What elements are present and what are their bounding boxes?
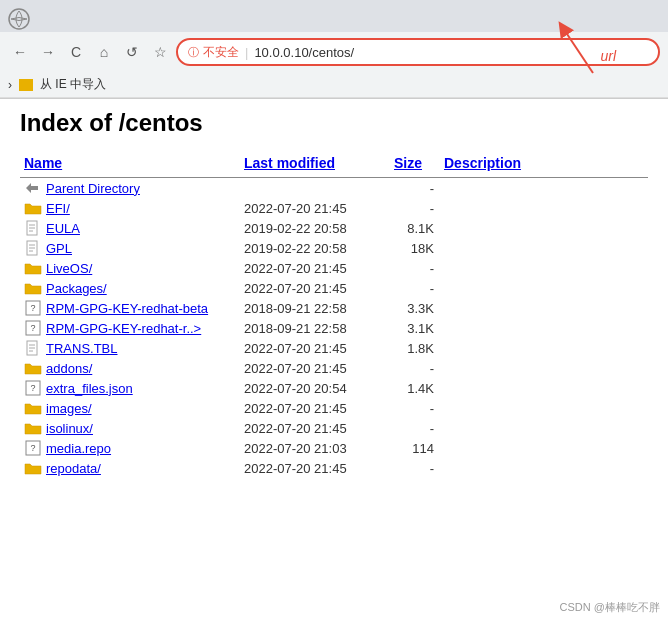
bookmarks-label: 从 IE 中导入 bbox=[40, 76, 106, 93]
file-link[interactable]: addons/ bbox=[46, 361, 92, 376]
desc-sort-link[interactable]: Description bbox=[444, 155, 521, 171]
file-icon bbox=[24, 240, 42, 256]
file-size-cell: 1.8K bbox=[390, 338, 440, 358]
url-text: 10.0.0.10/centos/ bbox=[254, 45, 354, 60]
lock-icon: ⓘ bbox=[188, 45, 199, 60]
file-name-cell: LiveOS/ bbox=[20, 258, 240, 278]
col-header-date: Last modified bbox=[240, 151, 390, 178]
file-desc-cell bbox=[440, 198, 648, 218]
col-header-size: Size bbox=[390, 151, 440, 178]
file-desc-cell bbox=[440, 218, 648, 238]
file-desc-cell bbox=[440, 418, 648, 438]
file-icon bbox=[24, 220, 42, 236]
file-desc-cell bbox=[440, 178, 648, 199]
col-header-name: Name bbox=[20, 151, 240, 178]
table-header-row: Name Last modified Size Description bbox=[20, 151, 648, 178]
name-sort-link[interactable]: Name bbox=[24, 155, 62, 171]
table-row: TRANS.TBL2022-07-20 21:451.8K bbox=[20, 338, 648, 358]
file-link[interactable]: GPL bbox=[46, 241, 72, 256]
file-link[interactable]: Packages/ bbox=[46, 281, 107, 296]
file-link[interactable]: EFI/ bbox=[46, 201, 70, 216]
folder-icon bbox=[24, 280, 42, 296]
home-button[interactable]: ⌂ bbox=[92, 40, 116, 64]
undo-button[interactable]: ↺ bbox=[120, 40, 144, 64]
file-date-cell: 2022-07-20 21:45 bbox=[240, 458, 390, 478]
file-desc-cell bbox=[440, 318, 648, 338]
size-sort-link[interactable]: Size bbox=[394, 155, 422, 171]
file-name-cell: ? RPM-GPG-KEY-redhat-r..> bbox=[20, 318, 240, 338]
file-link[interactable]: Parent Directory bbox=[46, 181, 140, 196]
file-size-cell: - bbox=[390, 258, 440, 278]
date-sort-link[interactable]: Last modified bbox=[244, 155, 335, 171]
file-size-cell: 8.1K bbox=[390, 218, 440, 238]
table-row: Packages/2022-07-20 21:45- bbox=[20, 278, 648, 298]
file-desc-cell bbox=[440, 258, 648, 278]
browser-chrome: ← → C ⌂ ↺ ☆ ⓘ 不安全 | 10.0.0.10/centos/ › … bbox=[0, 0, 668, 99]
svg-text:?: ? bbox=[30, 383, 35, 393]
table-row: EULA2019-02-22 20:588.1K bbox=[20, 218, 648, 238]
file-name-cell: isolinux/ bbox=[20, 418, 240, 438]
table-row: repodata/2022-07-20 21:45- bbox=[20, 458, 648, 478]
file-size-cell: - bbox=[390, 278, 440, 298]
svg-marker-2 bbox=[26, 183, 38, 193]
svg-text:?: ? bbox=[30, 323, 35, 333]
file-link[interactable]: images/ bbox=[46, 401, 92, 416]
file-date-cell: 2018-09-21 22:58 bbox=[240, 298, 390, 318]
folder-icon bbox=[24, 260, 42, 276]
file-icon bbox=[24, 340, 42, 356]
file-desc-cell bbox=[440, 438, 648, 458]
file-link[interactable]: TRANS.TBL bbox=[46, 341, 118, 356]
table-row: Parent Directory- bbox=[20, 178, 648, 199]
folder-icon bbox=[24, 400, 42, 416]
file-date-cell: 2019-02-22 20:58 bbox=[240, 238, 390, 258]
bookmarks-bar: › 从 IE 中导入 bbox=[0, 72, 668, 98]
file-name-cell: GPL bbox=[20, 238, 240, 258]
watermark: CSDN @棒棒吃不胖 bbox=[560, 600, 660, 615]
forward-button[interactable]: → bbox=[36, 40, 60, 64]
file-size-cell: - bbox=[390, 358, 440, 378]
file-date-cell: 2022-07-20 21:03 bbox=[240, 438, 390, 458]
file-name-cell: repodata/ bbox=[20, 458, 240, 478]
back-button[interactable]: ← bbox=[8, 40, 32, 64]
table-row: ? RPM-GPG-KEY-redhat-r..>2018-09-21 22:5… bbox=[20, 318, 648, 338]
file-size-cell: - bbox=[390, 398, 440, 418]
file-size-cell: 1.4K bbox=[390, 378, 440, 398]
file-date-cell: 2022-07-20 21:45 bbox=[240, 338, 390, 358]
file-table: Name Last modified Size Description Pare… bbox=[20, 151, 648, 478]
folder-icon bbox=[24, 420, 42, 436]
table-row: ? extra_files.json2022-07-20 20:541.4K bbox=[20, 378, 648, 398]
file-size-cell: - bbox=[390, 198, 440, 218]
reload-button[interactable]: C bbox=[64, 40, 88, 64]
file-size-cell: - bbox=[390, 418, 440, 438]
file-name-cell: addons/ bbox=[20, 358, 240, 378]
file-date-cell: 2022-07-20 20:54 bbox=[240, 378, 390, 398]
file-date-cell: 2022-07-20 21:45 bbox=[240, 258, 390, 278]
file-name-cell: Parent Directory bbox=[20, 178, 240, 198]
file-link[interactable]: media.repo bbox=[46, 441, 111, 456]
file-link[interactable]: EULA bbox=[46, 221, 80, 236]
file-date-cell: 2022-07-20 21:45 bbox=[240, 198, 390, 218]
security-label: 不安全 bbox=[203, 44, 239, 61]
file-link[interactable]: RPM-GPG-KEY-redhat-beta bbox=[46, 301, 208, 316]
file-name-cell: ? RPM-GPG-KEY-redhat-beta bbox=[20, 298, 240, 318]
table-row: LiveOS/2022-07-20 21:45- bbox=[20, 258, 648, 278]
file-desc-cell bbox=[440, 278, 648, 298]
file-name-cell: Packages/ bbox=[20, 278, 240, 298]
address-bar[interactable]: ⓘ 不安全 | 10.0.0.10/centos/ bbox=[176, 38, 660, 66]
tab-bar bbox=[0, 0, 668, 32]
file-link[interactable]: RPM-GPG-KEY-redhat-r..> bbox=[46, 321, 201, 336]
table-row: isolinux/2022-07-20 21:45- bbox=[20, 418, 648, 438]
table-row: ? media.repo2022-07-20 21:03114 bbox=[20, 438, 648, 458]
star-button[interactable]: ☆ bbox=[148, 40, 172, 64]
file-desc-cell bbox=[440, 298, 648, 318]
ie-folder-icon bbox=[19, 79, 33, 91]
file-link[interactable]: LiveOS/ bbox=[46, 261, 92, 276]
file-size-cell: - bbox=[390, 178, 440, 199]
file-link[interactable]: repodata/ bbox=[46, 461, 101, 476]
file-link[interactable]: isolinux/ bbox=[46, 421, 93, 436]
file-link[interactable]: extra_files.json bbox=[46, 381, 133, 396]
svg-text:?: ? bbox=[30, 303, 35, 313]
nav-bar: ← → C ⌂ ↺ ☆ ⓘ 不安全 | 10.0.0.10/centos/ bbox=[0, 32, 668, 72]
file-size-cell: 3.3K bbox=[390, 298, 440, 318]
svg-text:?: ? bbox=[30, 443, 35, 453]
